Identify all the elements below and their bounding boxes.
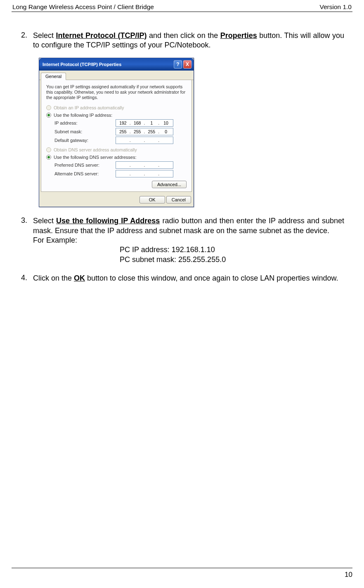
alternate-dns-input[interactable]: ....... xyxy=(116,170,173,177)
dialog-title: Internet Protocol (TCP/IP) Properties xyxy=(43,62,121,67)
dialog-description: You can get IP settings assigned automat… xyxy=(46,84,187,100)
radio-icon xyxy=(46,147,51,152)
ip-field-group: IP address: 192. 168. 1. 10 Subnet mask: xyxy=(54,119,187,144)
cancel-button[interactable]: Cancel xyxy=(166,196,191,203)
step-2: 2. Select Internet Protocol (TCP/IP) and… xyxy=(20,31,344,50)
page-footer: 10 xyxy=(12,568,352,579)
close-button[interactable]: X xyxy=(183,60,191,68)
radio-use-ip[interactable]: Use the following IP address: xyxy=(46,113,187,118)
step-4: 4. Click on the OK button to close this … xyxy=(20,274,344,283)
example-subnet: PC subnet mask: 255.255.255.0 xyxy=(120,255,344,264)
label-ip-address: IP address: xyxy=(54,120,112,125)
step-number: 4. xyxy=(20,274,33,283)
step-number: 3. xyxy=(20,216,33,264)
advanced-button[interactable]: Advanced... xyxy=(152,181,187,188)
help-button[interactable]: ? xyxy=(174,60,182,68)
step-2-text: Select Internet Protocol (TCP/IP) and th… xyxy=(33,31,344,50)
label-preferred-dns: Preferred DNS server: xyxy=(54,163,112,168)
radio-icon xyxy=(46,113,51,118)
label-alternate-dns: Alternate DNS server: xyxy=(54,171,112,176)
step-3-text: Select Use the following IP Address radi… xyxy=(33,216,344,264)
use-following-ip-label: Use the following IP Address xyxy=(56,217,160,225)
tcp-ip-label: Internet Protocol (TCP/IP) xyxy=(56,31,147,40)
page-number: 10 xyxy=(345,571,352,579)
page-header: Long Range Wireless Access Point / Clien… xyxy=(12,0,352,12)
default-gateway-input[interactable]: .. .. .. . xyxy=(116,137,173,144)
preferred-dns-input[interactable]: ....... xyxy=(116,161,173,169)
dialog-screenshot: Internet Protocol (TCP/IP) Properties ? … xyxy=(39,58,344,207)
properties-label: Properties xyxy=(220,31,257,40)
radio-use-dns[interactable]: Use the following DNS server addresses: xyxy=(46,155,187,160)
ok-button[interactable]: OK xyxy=(139,196,165,203)
ok-label: OK xyxy=(74,274,85,282)
radio-icon xyxy=(46,155,51,160)
radio-icon xyxy=(46,105,51,110)
dns-field-group: Preferred DNS server: ....... Alternate … xyxy=(54,161,187,177)
label-default-gateway: Default gateway: xyxy=(54,138,112,143)
dialog-panel: You can get IP settings assigned automat… xyxy=(41,80,192,192)
doc-title: Long Range Wireless Access Point / Clien… xyxy=(12,3,154,11)
for-example: For Example: xyxy=(33,236,344,245)
step-4-text: Click on the OK button to close this win… xyxy=(33,274,344,283)
step-number: 2. xyxy=(20,31,33,50)
step-3: 3. Select Use the following IP Address r… xyxy=(20,216,344,264)
example-ip: PC IP address: 192.168.1.10 xyxy=(120,245,344,255)
content-area: 2. Select Internet Protocol (TCP/IP) and… xyxy=(12,31,352,283)
example-lines: PC IP address: 192.168.1.10 PC subnet ma… xyxy=(120,245,344,264)
dialog-titlebar: Internet Protocol (TCP/IP) Properties ? … xyxy=(39,58,194,71)
radio-auto-dns: Obtain DNS server address automatically xyxy=(46,147,187,152)
label-subnet-mask: Subnet mask: xyxy=(54,129,112,134)
subnet-mask-input[interactable]: 255. 255. 255. 0 xyxy=(116,128,173,135)
radio-auto-ip[interactable]: Obtain an IP address automatically xyxy=(46,105,187,110)
doc-version: Version 1.0 xyxy=(319,3,352,11)
tab-general[interactable]: General xyxy=(41,73,66,80)
tab-row: General xyxy=(39,71,194,80)
ip-address-input[interactable]: 192. 168. 1. 10 xyxy=(116,119,173,127)
tcpip-properties-dialog: Internet Protocol (TCP/IP) Properties ? … xyxy=(39,58,194,207)
